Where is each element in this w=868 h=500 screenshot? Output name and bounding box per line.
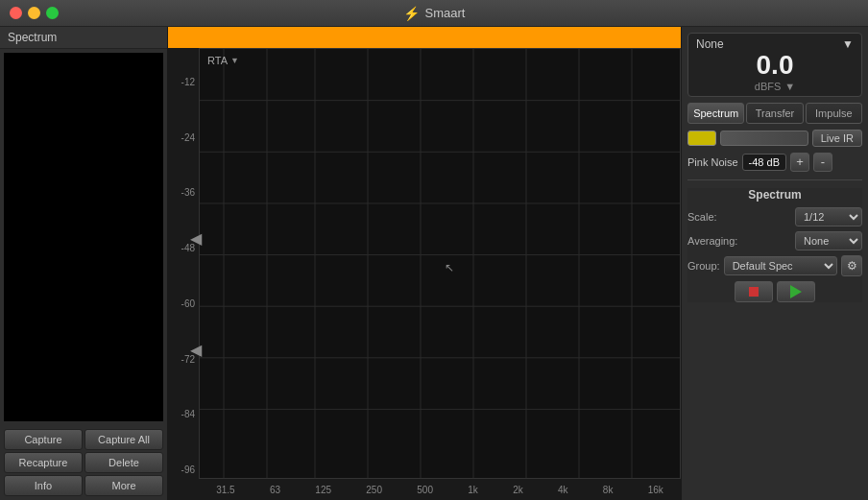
x-label-1: 63	[270, 485, 280, 495]
capture-button[interactable]: Capture	[4, 429, 83, 450]
group-settings-button[interactable]: ⚙	[841, 255, 862, 276]
pink-noise-label: Pink Noise	[687, 156, 738, 168]
spectrum-section: Spectrum Scale: 1/12 1/6 1/3 1/1 Averagi…	[687, 188, 862, 302]
close-button[interactable]	[10, 7, 22, 19]
app-title: ⚡ Smaart	[403, 6, 466, 21]
more-button[interactable]: More	[84, 475, 163, 496]
meter-value: 0.0	[696, 51, 854, 81]
sidebar-title: Spectrum	[0, 27, 167, 49]
group-label: Group:	[687, 260, 720, 272]
orange-bar	[168, 27, 681, 48]
spectrum-title: Spectrum	[687, 188, 862, 202]
pink-noise-row: Pink Noise -48 dB + -	[687, 153, 862, 172]
y-label-0: -12	[168, 77, 195, 87]
app-icon: ⚡	[403, 6, 420, 21]
play-icon	[790, 285, 802, 298]
graph-inner: -12 -24 -36 -48 -60 -72 -84 -96 RTA ▼	[168, 48, 681, 479]
live-ir-button[interactable]: Live IR	[812, 130, 862, 147]
left-sidebar: Spectrum Capture Capture All Recapture D…	[0, 27, 168, 500]
capture-all-button[interactable]: Capture All	[84, 429, 163, 450]
tab-spectrum[interactable]: Spectrum	[687, 103, 744, 124]
right-panel: None ▼ 0.0 dBFS ▼ Spectrum Transfer Impu…	[681, 27, 868, 500]
mode-indicator-yellow	[687, 131, 716, 146]
x-label-8: 8k	[603, 485, 614, 495]
x-label-4: 500	[417, 485, 433, 495]
scale-row: Scale: 1/12 1/6 1/3 1/1	[687, 207, 862, 226]
meter-unit-dropdown[interactable]: ▼	[784, 81, 795, 92]
main-layout: Spectrum Capture Capture All Recapture D…	[0, 27, 868, 500]
x-label-2: 125	[315, 485, 331, 495]
window-controls	[10, 7, 59, 19]
scroll-handle-top[interactable]: ◀	[190, 229, 202, 248]
rta-dropdown-icon: ▼	[230, 56, 239, 65]
stop-icon	[749, 287, 759, 297]
group-select[interactable]: Default Spec	[724, 256, 837, 275]
sidebar-buttons: Capture Capture All Recapture Delete Inf…	[0, 425, 167, 500]
divider-1	[687, 179, 862, 180]
y-label-7: -96	[168, 464, 195, 475]
play-button[interactable]	[777, 281, 815, 302]
x-label-0: 31.5	[216, 485, 234, 495]
averaging-row: Averaging: None 2 4 8	[687, 231, 862, 250]
scroll-handle-bottom[interactable]: ◀	[190, 341, 202, 359]
meter-section: None ▼ 0.0 dBFS ▼	[687, 33, 862, 97]
transport-row	[687, 281, 862, 302]
delete-button[interactable]: Delete	[84, 452, 163, 473]
mode-row: Live IR	[687, 130, 862, 147]
minimize-button[interactable]	[28, 7, 40, 19]
meter-top: None ▼	[696, 37, 854, 51]
titlebar: ⚡ Smaart	[0, 0, 868, 27]
averaging-select[interactable]: None 2 4 8	[795, 231, 862, 250]
averaging-label: Averaging:	[687, 235, 737, 247]
graph-area: -12 -24 -36 -48 -60 -72 -84 -96 RTA ▼	[168, 48, 681, 500]
meter-unit: dBFS ▼	[696, 81, 854, 92]
recapture-button[interactable]: Recapture	[4, 452, 83, 473]
tab-buttons: Spectrum Transfer Impulse	[687, 103, 862, 124]
pink-noise-plus[interactable]: +	[790, 153, 809, 172]
y-label-2: -36	[168, 187, 195, 198]
group-row: Group: Default Spec ⚙	[687, 255, 862, 276]
x-axis: 31.5 63 125 250 500 1k 2k 4k 8k 16k	[199, 479, 681, 500]
y-label-6: -84	[168, 409, 195, 419]
sidebar-canvas	[4, 53, 163, 421]
x-label-5: 1k	[468, 485, 478, 495]
maximize-button[interactable]	[46, 7, 59, 19]
meter-source-dropdown[interactable]: ▼	[842, 37, 854, 51]
tab-transfer[interactable]: Transfer	[746, 103, 803, 124]
meter-source: None	[696, 37, 724, 51]
x-label-6: 2k	[513, 485, 523, 495]
x-label-3: 250	[366, 485, 382, 495]
center-area: -12 -24 -36 -48 -60 -72 -84 -96 RTA ▼	[168, 27, 681, 500]
stop-button[interactable]	[735, 281, 773, 302]
tab-impulse[interactable]: Impulse	[806, 103, 862, 124]
x-label-9: 16k	[648, 485, 663, 495]
grid-svg: ↖	[200, 49, 680, 478]
x-label-7: 4k	[558, 485, 568, 495]
mode-indicator-gray	[720, 131, 808, 146]
scale-select[interactable]: 1/12 1/6 1/3 1/1	[795, 207, 862, 226]
pink-noise-minus[interactable]: -	[813, 153, 832, 172]
svg-text:↖: ↖	[445, 261, 454, 274]
y-axis: -12 -24 -36 -48 -60 -72 -84 -96	[168, 48, 199, 479]
rta-label: RTA ▼	[207, 55, 239, 66]
y-label-4: -60	[168, 298, 195, 309]
app-name: Smaart	[425, 6, 466, 20]
pink-noise-db: -48 dB	[742, 154, 786, 171]
grid-area[interactable]: RTA ▼	[199, 48, 681, 479]
scale-label: Scale:	[687, 211, 717, 223]
y-label-1: -24	[168, 132, 195, 143]
info-button[interactable]: Info	[4, 475, 83, 496]
